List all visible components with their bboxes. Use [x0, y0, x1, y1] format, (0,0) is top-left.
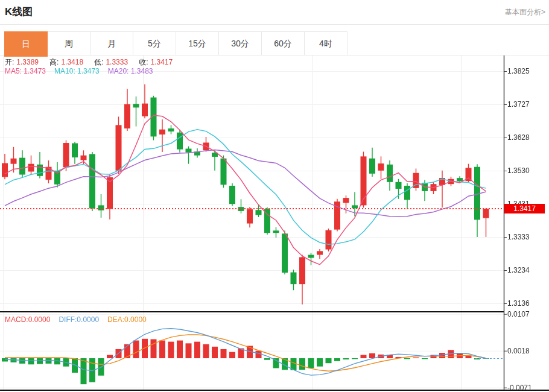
kline-chart-area: 1.38251.37271.36281.35301.34311.33331.32…	[0, 55, 549, 392]
last-price-badge: 1.3417	[504, 204, 545, 213]
price-axis-tick: 1.3234	[507, 266, 530, 274]
ohlc-label: 收:	[139, 58, 148, 66]
tab-15分[interactable]: 15分	[176, 31, 219, 55]
ohlc-value: 1.3418	[61, 58, 83, 66]
price-axis-tick: 1.3727	[507, 100, 530, 109]
tab-5分[interactable]: 5分	[133, 31, 176, 55]
ma-legend-item: MA20: 1.3483	[108, 67, 153, 75]
tab-周[interactable]: 周	[48, 31, 90, 55]
ma-legend: MA5: 1.3473MA10: 1.3473MA20: 1.3483	[5, 67, 161, 75]
ohlc-value: 1.3417	[150, 58, 173, 66]
macd-legend-item: DEA:0.0000	[107, 315, 147, 324]
tab-30分[interactable]: 30分	[219, 31, 262, 55]
price-axis-tick: 1.3136	[507, 299, 530, 308]
fundamental-analysis-link[interactable]: 基本面分析>	[505, 7, 545, 17]
ohlc-label: 低:	[94, 58, 103, 66]
ma-legend-item: MA5: 1.3473	[5, 67, 46, 75]
macd-legend-item: DIFF:0.0000	[59, 315, 99, 324]
macd-axis-tick: -0.0071	[507, 384, 532, 392]
kline-chart-canvas[interactable]	[0, 55, 549, 392]
macd-axis-tick: 0.0018	[507, 347, 530, 355]
tab-4时[interactable]: 4时	[305, 31, 347, 55]
tab-日[interactable]: 日	[4, 31, 48, 57]
ohlc-legend: 开:1.3389高:1.3418低:1.3333收:1.3417	[5, 57, 183, 68]
page-title: K线图	[5, 5, 33, 19]
ohlc-label: 高:	[49, 58, 59, 66]
tab-月[interactable]: 月	[90, 31, 133, 55]
ohlc-value: 1.3389	[16, 58, 39, 66]
ma-legend-item: MA10: 1.3473	[54, 67, 100, 75]
macd-axis-tick: 0.0107	[507, 310, 530, 318]
macd-legend: MACD:0.0000DIFF:0.0000DEA:0.0000	[5, 315, 155, 324]
ohlc-value: 1.3333	[106, 58, 128, 66]
price-axis-tick: 1.3333	[507, 233, 530, 241]
title-separator	[0, 24, 549, 25]
price-axis-tick: 1.3825	[507, 67, 530, 75]
macd-legend-item: MACD:0.0000	[5, 315, 50, 324]
timeframe-tab-bar: 日周月5分15分30分60分4时	[4, 31, 347, 57]
price-axis-tick: 1.3628	[507, 133, 530, 142]
ohlc-label: 开:	[5, 58, 14, 66]
tab-60分[interactable]: 60分	[262, 31, 305, 55]
price-axis-tick: 1.3530	[507, 166, 530, 175]
